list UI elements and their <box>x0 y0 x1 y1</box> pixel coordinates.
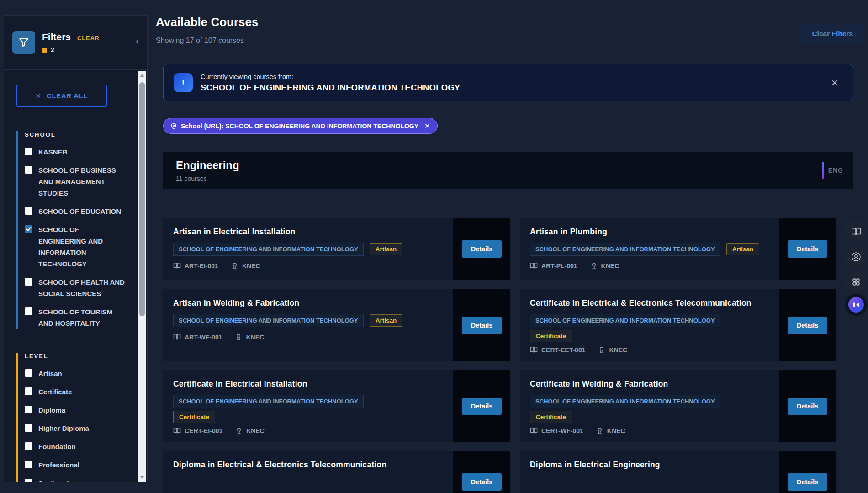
checkbox[interactable] <box>25 166 32 174</box>
filter-option-label: SCHOOL OF BUSINESS AND MANAGEMENT STUDIE… <box>38 164 126 199</box>
apps-fab-button[interactable] <box>846 272 866 292</box>
course-level-badge: Certificate <box>530 411 572 423</box>
course-tag-row: SCHOOL OF ENGINEERING AND INFORMATION TE… <box>530 395 771 408</box>
scroll-down-arrow[interactable] <box>140 476 144 479</box>
details-button[interactable]: Details <box>788 398 827 415</box>
course-card-body: Artisan in Electrical Installation SCHOO… <box>163 218 453 280</box>
checkbox[interactable] <box>25 406 32 413</box>
course-code: ART-WF-001 <box>185 334 222 341</box>
sidebar-scrollbar[interactable] <box>138 71 146 482</box>
details-button[interactable]: Details <box>788 240 827 258</box>
course-tag-row: SCHOOL OF ENGINEERING AND INFORMATION TE… <box>173 314 445 327</box>
details-button[interactable]: Details <box>462 473 502 491</box>
exam-body: KNEC <box>601 262 619 270</box>
checkbox[interactable] <box>25 442 32 450</box>
exam-body-meta: KNEC <box>235 334 264 341</box>
collapse-sidebar-button[interactable]: ‹ <box>136 36 139 48</box>
details-button[interactable]: Details <box>462 240 502 258</box>
exam-body: KNEC <box>246 334 264 341</box>
course-tag-row: SCHOOL OF ENGINEERING AND INFORMATION TE… <box>173 395 445 408</box>
filter-option[interactable]: SCHOOL OF TOURISM AND HOSPITALITY <box>25 306 147 329</box>
chatbot-fab-button[interactable] <box>845 294 867 316</box>
library-fab-button[interactable] <box>846 222 866 242</box>
course-meta-row: CERT-WF-001 KNEC <box>530 427 771 435</box>
book-icon <box>173 333 181 341</box>
checkbox[interactable] <box>25 424 32 432</box>
award-icon <box>598 346 605 354</box>
section-header: Engineering 11 courses ENG <box>163 152 853 189</box>
course-card: Certificate in Electrical & Electronics … <box>520 289 836 361</box>
banner-text: Currently viewing courses from: SCHOOL O… <box>201 73 460 93</box>
checkbox-checked[interactable] <box>25 225 32 233</box>
filters-clear-button[interactable]: CLEAR <box>77 35 100 42</box>
filters-button[interactable] <box>12 31 35 54</box>
filter-option-label: Artisan <box>38 368 62 379</box>
funnel-icon <box>18 37 29 48</box>
course-grid: Artisan in Electrical Installation SCHOO… <box>163 218 836 493</box>
filter-option[interactable]: SCHOOL OF ENGINEERING AND INFORMATION TE… <box>25 224 147 270</box>
filter-option[interactable]: Sectional <box>25 477 147 482</box>
course-title: Artisan in Plumbing <box>530 227 771 237</box>
filter-option-label: Sectional <box>38 477 69 482</box>
filter-option[interactable]: Professional <box>25 459 147 471</box>
details-panel: Details <box>453 370 510 442</box>
filter-option-label: Certificate <box>38 386 72 398</box>
details-button[interactable]: Details <box>462 317 502 334</box>
filter-option[interactable]: Higher Diploma <box>25 423 147 434</box>
scrollbar-thumb[interactable] <box>139 82 145 316</box>
filter-option[interactable]: Foundation <box>25 441 147 452</box>
course-title: Artisan in Welding & Fabrication <box>173 298 445 308</box>
course-code: ART-PL-001 <box>541 262 577 270</box>
filter-option[interactable]: KASNEB <box>25 146 147 158</box>
clear-filters-button[interactable]: Clear Filters <box>800 23 865 44</box>
course-title: Certificate in Electrical & Electronics … <box>530 298 771 308</box>
filter-option[interactable]: SCHOOL OF BUSINESS AND MANAGEMENT STUDIE… <box>25 164 147 199</box>
course-title: Artisan in Electrical Installation <box>173 227 445 237</box>
details-button[interactable]: Details <box>462 398 502 415</box>
filter-group-school: SCHOOLKASNEBSCHOOL OF BUSINESS AND MANAG… <box>16 131 147 329</box>
active-filter-chip[interactable]: School (URL): SCHOOL OF ENGINEERING AND … <box>163 118 438 134</box>
filter-option[interactable]: SCHOOL OF EDUCATION <box>25 206 147 217</box>
course-meta-row: CERT-EET-001 KNEC <box>530 346 771 354</box>
filter-group-level: LEVELArtisanCertificateDiplomaHigher Dip… <box>16 353 147 482</box>
broadcast-fab-button[interactable] <box>846 247 866 267</box>
filter-option-label: SCHOOL OF ENGINEERING AND INFORMATION TE… <box>38 224 126 270</box>
checkbox[interactable] <box>25 387 32 395</box>
checkbox[interactable] <box>25 461 32 468</box>
filter-option[interactable]: SCHOOL OF HEALTH AND SOCIAL SCIENCES <box>25 276 147 299</box>
course-code: CERT-WF-001 <box>541 427 583 435</box>
checkbox[interactable] <box>25 207 32 215</box>
active-filter-count: 2 <box>51 46 54 53</box>
filter-option[interactable]: Certificate <box>25 386 147 398</box>
details-button[interactable]: Details <box>788 317 827 334</box>
filters-header: Filters CLEAR 2 ‹ <box>4 16 147 70</box>
details-button[interactable]: Details <box>788 473 827 491</box>
section-tag: ENG <box>828 167 843 174</box>
checkbox[interactable] <box>25 369 32 377</box>
chip-remove-button[interactable]: ✕ <box>424 122 430 130</box>
course-code: CERT-EET-001 <box>541 346 585 354</box>
course-title: Diploma in Electrical Engineering <box>530 460 771 470</box>
course-card-body: Artisan in Welding & Fabrication SCHOOL … <box>163 289 453 361</box>
section-tag-block: ENG <box>822 162 843 179</box>
checkbox[interactable] <box>25 307 32 315</box>
course-school-tag: SCHOOL OF ENGINEERING AND INFORMATION TE… <box>530 243 720 256</box>
filter-option[interactable]: Diploma <box>25 404 147 416</box>
banner-close-button[interactable]: ✕ <box>831 78 843 88</box>
filter-option-label: Diploma <box>38 404 65 416</box>
scroll-up-arrow[interactable] <box>140 74 144 77</box>
book-icon <box>173 427 181 435</box>
clear-all-button[interactable]: ✕ CLEAR ALL <box>16 85 107 107</box>
checkbox[interactable] <box>25 278 32 286</box>
details-panel: Details <box>453 451 510 493</box>
grid-circles-icon <box>851 277 861 287</box>
filter-option[interactable]: Artisan <box>25 368 147 379</box>
book-icon <box>851 227 861 237</box>
course-code-meta: ART-PL-001 <box>530 262 577 270</box>
checkbox[interactable] <box>25 479 32 482</box>
checkbox[interactable] <box>25 148 32 155</box>
award-icon <box>596 427 603 435</box>
course-card: Certificate in Electrical Installation S… <box>163 370 510 442</box>
course-badge-row: Certificate <box>530 332 771 340</box>
course-card: Certificate in Welding & Fabrication SCH… <box>520 370 836 442</box>
